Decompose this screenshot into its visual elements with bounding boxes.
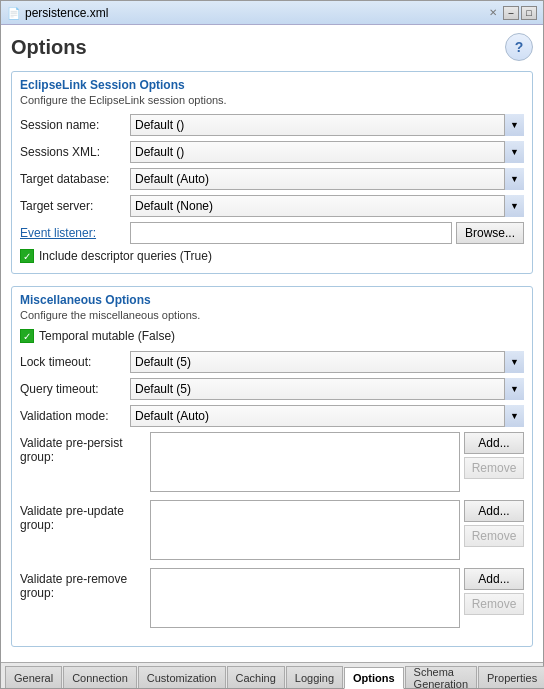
minimize-button[interactable]: – (503, 6, 519, 20)
include-descriptor-checkbox[interactable]: ✓ (20, 249, 34, 263)
title-bar-close-icon: ✕ (489, 7, 497, 18)
main-window: 📄 persistence.xml ✕ – □ Options ? Eclips… (0, 0, 544, 689)
tab-schema-generation[interactable]: Schema Generation (405, 666, 477, 688)
target-server-label: Target server: (20, 199, 130, 213)
lock-timeout-select[interactable]: Default (5) (130, 351, 524, 373)
lock-timeout-row: Lock timeout: Default (5) ▼ (20, 351, 524, 373)
maximize-button[interactable]: □ (521, 6, 537, 20)
validation-mode-row: Validation mode: Default (Auto) ▼ (20, 405, 524, 427)
target-server-row: Target server: Default (None) ▼ (20, 195, 524, 217)
query-timeout-label: Query timeout: (20, 382, 130, 396)
misc-section-title: Miscellaneous Options (20, 293, 524, 307)
event-listener-input[interactable] (130, 222, 452, 244)
tab-caching[interactable]: Caching (227, 666, 285, 688)
tab-customization[interactable]: Customization (138, 666, 226, 688)
pre-persist-group-area (150, 432, 460, 492)
pre-remove-group-label: Validate pre-remove group: (20, 568, 150, 600)
target-database-row: Target database: Default (Auto) ▼ (20, 168, 524, 190)
target-server-select[interactable]: Default (None) (130, 195, 524, 217)
session-name-label: Session name: (20, 118, 130, 132)
target-database-select-wrapper: Default (Auto) ▼ (130, 168, 524, 190)
pre-remove-group-area (150, 568, 460, 628)
file-icon: 📄 (7, 7, 19, 19)
lock-timeout-select-wrapper: Default (5) ▼ (130, 351, 524, 373)
pre-remove-remove-button: Remove (464, 593, 524, 615)
pre-update-group-area (150, 500, 460, 560)
validation-mode-select[interactable]: Default (Auto) (130, 405, 524, 427)
validation-mode-label: Validation mode: (20, 409, 130, 423)
temporal-mutable-label: Temporal mutable (False) (39, 329, 175, 343)
session-name-select[interactable]: Default () (130, 114, 524, 136)
tab-properties[interactable]: Properties (478, 666, 544, 688)
pre-update-group-label: Validate pre-update group: (20, 500, 150, 532)
target-database-select[interactable]: Default (Auto) (130, 168, 524, 190)
eclipselink-section-desc: Configure the EclipseLink session option… (20, 94, 524, 106)
tab-general[interactable]: General (5, 666, 62, 688)
pre-persist-group-row: Validate pre-persist group: Add... Remov… (20, 432, 524, 492)
pre-remove-group-row: Validate pre-remove group: Add... Remove (20, 568, 524, 628)
include-descriptor-label: Include descriptor queries (True) (39, 249, 212, 263)
sessions-xml-row: Sessions XML: Default () ▼ (20, 141, 524, 163)
temporal-mutable-checkbox[interactable]: ✓ (20, 329, 34, 343)
sessions-xml-select-wrapper: Default () ▼ (130, 141, 524, 163)
misc-section-desc: Configure the miscellaneous options. (20, 309, 524, 321)
event-listener-browse-button[interactable]: Browse... (456, 222, 524, 244)
sessions-xml-select[interactable]: Default () (130, 141, 524, 163)
pre-remove-group-area-wrapper (150, 568, 460, 628)
session-name-row: Session name: Default () ▼ (20, 114, 524, 136)
window-controls: – □ (503, 6, 537, 20)
title-bar: 📄 persistence.xml ✕ – □ (1, 1, 543, 25)
pre-remove-add-button[interactable]: Add... (464, 568, 524, 590)
pre-update-add-button[interactable]: Add... (464, 500, 524, 522)
page-header: Options ? (11, 33, 533, 61)
help-button[interactable]: ? (505, 33, 533, 61)
tab-connection[interactable]: Connection (63, 666, 137, 688)
event-listener-label[interactable]: Event listener: (20, 226, 130, 240)
misc-section: Miscellaneous Options Configure the misc… (11, 286, 533, 647)
title-bar-filename: persistence.xml (25, 6, 483, 20)
event-listener-row: Event listener: Browse... (20, 222, 524, 244)
content-area: Options ? EclipseLink Session Options Co… (1, 25, 543, 662)
query-timeout-select-wrapper: Default (5) ▼ (130, 378, 524, 400)
temporal-mutable-row: ✓ Temporal mutable (False) (20, 329, 524, 343)
tab-options[interactable]: Options (344, 667, 404, 689)
eclipselink-section-title: EclipseLink Session Options (20, 78, 524, 92)
query-timeout-row: Query timeout: Default (5) ▼ (20, 378, 524, 400)
sessions-xml-label: Sessions XML: (20, 145, 130, 159)
session-name-select-wrapper: Default () ▼ (130, 114, 524, 136)
tab-logging[interactable]: Logging (286, 666, 343, 688)
pre-persist-add-button[interactable]: Add... (464, 432, 524, 454)
pre-persist-group-area-wrapper (150, 432, 460, 492)
pre-persist-group-label: Validate pre-persist group: (20, 432, 150, 464)
tabs-bar: General Connection Customization Caching… (1, 662, 543, 688)
target-server-select-wrapper: Default (None) ▼ (130, 195, 524, 217)
pre-update-group-area-wrapper (150, 500, 460, 560)
query-timeout-select[interactable]: Default (5) (130, 378, 524, 400)
validation-mode-select-wrapper: Default (Auto) ▼ (130, 405, 524, 427)
eclipselink-section: EclipseLink Session Options Configure th… (11, 71, 533, 274)
target-database-label: Target database: (20, 172, 130, 186)
pre-update-remove-button: Remove (464, 525, 524, 547)
page-title: Options (11, 36, 87, 59)
pre-update-group-buttons: Add... Remove (464, 500, 524, 547)
pre-update-group-row: Validate pre-update group: Add... Remove (20, 500, 524, 560)
pre-persist-remove-button: Remove (464, 457, 524, 479)
pre-remove-group-buttons: Add... Remove (464, 568, 524, 615)
pre-persist-group-buttons: Add... Remove (464, 432, 524, 479)
include-descriptor-row: ✓ Include descriptor queries (True) (20, 249, 524, 263)
lock-timeout-label: Lock timeout: (20, 355, 130, 369)
